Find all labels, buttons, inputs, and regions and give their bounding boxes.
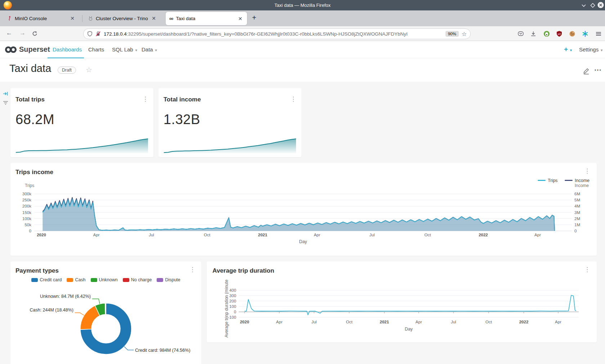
svg-text:Oct: Oct <box>204 233 211 237</box>
tab-trino[interactable]: Cluster Overview - Trino ✕ <box>84 10 161 26</box>
nav-sql-lab[interactable]: SQL Lab▼ <box>112 46 138 53</box>
bookmark-star-icon[interactable]: ☆ <box>462 31 467 37</box>
svg-text:uO: uO <box>558 33 561 35</box>
window-titlebar: Taxi data — Mozilla Firefox <box>0 0 605 10</box>
favorite-star-icon[interactable]: ☆ <box>86 65 92 74</box>
pocket-icon[interactable] <box>517 31 524 37</box>
card-total-trips: Total trips ⋮ 68.2M <box>10 88 153 157</box>
reload-button[interactable] <box>32 31 38 37</box>
pie-label-unknown: Unknown: 84.7M (6.42%) <box>40 294 91 299</box>
chevron-down-icon: ▼ <box>154 49 158 52</box>
url-host: 172.18.0.4 <box>104 31 127 37</box>
svg-text:250k: 250k <box>22 198 31 202</box>
superset-navbar: Superset Dashboards Charts SQL Lab▼ Data… <box>0 41 605 58</box>
svg-text:200: 200 <box>229 299 236 303</box>
svg-text:6M: 6M <box>574 192 580 196</box>
svg-text:-100: -100 <box>228 315 236 319</box>
draft-badge: Draft <box>58 67 76 74</box>
tab-label: MinIO Console <box>15 16 47 21</box>
big-number-value: 1.32B <box>163 112 200 127</box>
svg-text:5M: 5M <box>574 198 580 202</box>
kebab-menu-icon[interactable]: ⋮ <box>290 96 296 102</box>
insecure-lock-icon[interactable] <box>95 31 101 37</box>
svg-text:2020: 2020 <box>240 320 249 324</box>
svg-text:Day: Day <box>299 239 307 244</box>
tab-taxi-data-active[interactable]: ∞ Taxi data ✕ <box>166 12 247 25</box>
svg-text:300: 300 <box>229 294 236 298</box>
pie-label-cash: Cash: 244M (18.48%) <box>30 308 73 313</box>
trendline-sparkline <box>15 137 148 154</box>
ublock-origin-icon[interactable]: uO <box>556 31 563 37</box>
svg-text:2020: 2020 <box>37 233 46 237</box>
settings-menu[interactable]: Settings▼ <box>579 46 603 53</box>
forward-button[interactable]: → <box>19 29 26 37</box>
header-more-menu[interactable]: ⋯ <box>594 65 601 74</box>
superset-logo-icon <box>4 45 17 54</box>
svg-text:Apr: Apr <box>416 320 422 324</box>
tab-close-icon[interactable]: ✕ <box>69 15 76 21</box>
privacy-badger-icon[interactable] <box>543 31 550 37</box>
url-bar[interactable]: 172.18.0.4:32295/superset/dashboard/1/?n… <box>83 28 471 39</box>
chart-title: Total income <box>163 96 201 103</box>
svg-text:2022: 2022 <box>519 320 529 324</box>
svg-text:Oct: Oct <box>485 320 492 324</box>
svg-text:2M: 2M <box>574 217 580 221</box>
download-icon[interactable] <box>530 31 537 37</box>
dashboard-title: Taxi data <box>9 63 51 74</box>
asterisk-extension-icon[interactable] <box>582 31 588 37</box>
nav-data[interactable]: Data▼ <box>142 46 158 53</box>
tab-label: Taxi data <box>176 16 195 21</box>
filter-icon <box>3 100 9 106</box>
svg-text:50k: 50k <box>24 223 31 227</box>
back-button[interactable]: ← <box>6 29 12 37</box>
window-maximize-button[interactable] <box>590 2 596 9</box>
expand-filter-bar-icon[interactable] <box>3 91 9 97</box>
svg-text:3M: 3M <box>574 210 580 215</box>
add-new-button[interactable]: +▼ <box>564 45 573 53</box>
nav-charts[interactable]: Charts <box>88 46 104 53</box>
svg-text:0: 0 <box>574 229 577 233</box>
tab-close-icon[interactable]: ✕ <box>237 16 243 22</box>
svg-text:100k: 100k <box>22 217 31 221</box>
cookie-extension-icon[interactable] <box>569 31 575 37</box>
tab-minio-console[interactable]: MinIO Console ✕ <box>3 10 79 26</box>
hamburger-menu-icon[interactable] <box>595 31 602 37</box>
svg-text:2022: 2022 <box>479 233 488 237</box>
url-text[interactable]: 172.18.0.4:32295/superset/dashboard/1/?n… <box>104 31 443 37</box>
edit-pencil-icon[interactable] <box>583 67 590 74</box>
svg-text:Jul: Jul <box>312 320 317 324</box>
tab-bar: MinIO Console ✕ Cluster Overview - Trino… <box>0 10 605 26</box>
card-trips-income: Trips income ⋮ Trips Income Trips Income… <box>10 163 597 256</box>
kebab-menu-icon[interactable]: ⋮ <box>142 96 148 102</box>
tab-close-icon[interactable]: ✕ <box>151 15 157 21</box>
chart-title: Total trips <box>15 96 45 103</box>
svg-text:2021: 2021 <box>380 320 389 324</box>
svg-text:1M: 1M <box>574 223 580 227</box>
svg-text:Average trinp duration (minute: Average trinp duration (minute <box>224 279 229 338</box>
new-tab-button[interactable]: + <box>252 14 256 22</box>
svg-text:150k: 150k <box>22 210 31 215</box>
svg-text:Apr: Apr <box>276 320 283 324</box>
superset-brand[interactable]: Superset <box>19 45 50 54</box>
trino-icon <box>88 16 93 21</box>
svg-text:Jul: Jul <box>369 233 375 237</box>
chevron-down-icon: ▼ <box>600 49 603 52</box>
tab-label: Cluster Overview - Trino <box>96 16 148 21</box>
svg-text:Oct: Oct <box>425 233 431 237</box>
window-close-button[interactable] <box>597 2 604 8</box>
svg-text:Apr: Apr <box>93 233 100 237</box>
zoom-level-badge[interactable]: 90% <box>445 31 459 37</box>
dashboard-body: Total trips ⋮ 68.2M Total income ⋮ 1.32B… <box>0 82 605 364</box>
svg-text:0: 0 <box>29 229 31 233</box>
nav-dashboards[interactable]: Dashboards <box>53 46 82 53</box>
window-minimize-button[interactable] <box>581 2 587 9</box>
window-title: Taxi data — Mozilla Firefox <box>0 3 605 8</box>
card-avg-trip-duration: Average trip duration ⋮ 4003002001000-10… <box>207 261 597 342</box>
chevron-down-icon: ▼ <box>569 49 573 52</box>
svg-text:Oct: Oct <box>346 320 353 324</box>
chevron-down-icon: ▼ <box>135 49 138 52</box>
tracking-shield-icon[interactable] <box>87 31 93 37</box>
svg-text:2021: 2021 <box>258 233 268 237</box>
avg-duration-chart: 4003002001000-1002020AprJulOct2021AprJul… <box>207 261 597 342</box>
svg-text:0: 0 <box>234 310 236 314</box>
